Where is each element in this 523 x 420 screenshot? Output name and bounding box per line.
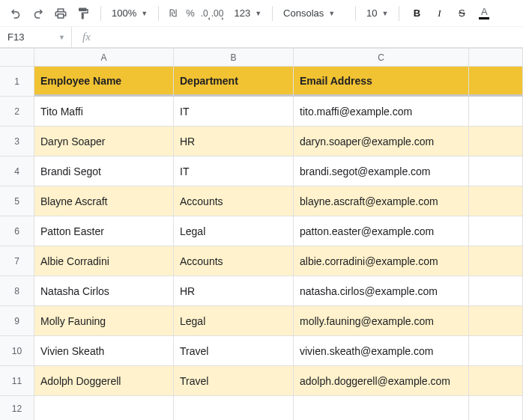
cell[interactable]: brandi.segot@example.com	[294, 156, 469, 186]
cell[interactable]: Adolph Doggerell	[34, 366, 174, 396]
cell[interactable]	[469, 306, 523, 336]
column-header[interactable]: A	[34, 49, 174, 67]
row-header[interactable]: 4	[0, 156, 34, 186]
cell[interactable]: blayne.ascraft@example.com	[294, 186, 469, 216]
row-header[interactable]: 10	[0, 336, 34, 366]
column-header[interactable]: B	[174, 49, 294, 67]
row-header[interactable]: 6	[0, 216, 34, 246]
cell[interactable]: Vivien Skeath	[34, 336, 174, 366]
column-header[interactable]: C	[294, 49, 469, 67]
cell[interactable]: albie.corradini@example.com	[294, 246, 469, 276]
cell[interactable]: patton.easter@example.com	[294, 216, 469, 246]
cell[interactable]	[469, 186, 523, 216]
font-value: Consolas	[283, 7, 324, 19]
cell[interactable]	[174, 396, 294, 420]
separator	[100, 6, 101, 21]
font-size-select[interactable]: 10 ▼	[363, 4, 391, 23]
cell[interactable]: Legal	[174, 216, 294, 246]
formula-bar-row: F13 ▼ fx	[0, 27, 523, 48]
row-header[interactable]: 8	[0, 276, 34, 306]
cell[interactable]	[34, 396, 174, 420]
cell[interactable]: IT	[174, 156, 294, 186]
cell[interactable]: Travel	[174, 336, 294, 366]
cell[interactable]: Blayne Ascraft	[34, 186, 174, 216]
row-header[interactable]: 11	[0, 366, 34, 396]
cell[interactable]: adolph.doggerell@example.com	[294, 366, 469, 396]
column-header[interactable]	[469, 49, 523, 67]
chevron-down-icon: ▼	[328, 10, 335, 17]
cell[interactable]: natasha.cirlos@example.com	[294, 276, 469, 306]
zoom-select[interactable]: 100% ▼	[109, 4, 151, 23]
formula-input[interactable]	[101, 27, 523, 47]
cell[interactable]	[469, 396, 523, 420]
currency-format-button[interactable]: ₪	[166, 7, 180, 19]
cell[interactable]	[469, 67, 523, 97]
row-header[interactable]: 3	[0, 127, 34, 156]
row-header[interactable]: 5	[0, 186, 34, 216]
more-formats-label: 123	[234, 7, 250, 19]
font-select[interactable]: Consolas ▼	[280, 4, 348, 23]
cell[interactable]: Natasha Cirlos	[34, 276, 174, 306]
toolbar: 100% ▼ ₪ % .0 .00 123 ▼ Consolas ▼ 10 ▼ …	[0, 0, 523, 27]
chevron-down-icon: ▼	[382, 10, 389, 17]
cell[interactable]	[294, 396, 469, 420]
bold-button[interactable]: B	[407, 4, 426, 23]
italic-button[interactable]: I	[429, 4, 449, 23]
cell[interactable]	[469, 276, 523, 306]
paint-format-icon[interactable]	[73, 4, 93, 23]
cell[interactable]: Patton Easter	[34, 216, 174, 246]
chevron-down-icon: ▼	[255, 10, 262, 17]
cell[interactable]	[469, 216, 523, 246]
strikethrough-button[interactable]: S	[452, 4, 471, 23]
cell[interactable]	[469, 246, 523, 276]
cell[interactable]	[469, 366, 523, 396]
text-color-swatch	[479, 17, 489, 19]
select-all-corner[interactable]	[0, 49, 34, 67]
decrease-decimal-button[interactable]: .0	[201, 4, 208, 23]
cell[interactable]: Brandi Segot	[34, 156, 174, 186]
row-header[interactable]: 1	[0, 67, 34, 97]
cell[interactable]	[469, 97, 523, 127]
cell[interactable]: HR	[174, 127, 294, 156]
print-icon[interactable]	[51, 4, 70, 23]
increase-decimal-button[interactable]: .00	[211, 4, 229, 23]
row-header[interactable]: 9	[0, 306, 34, 336]
cell[interactable]: Legal	[174, 306, 294, 336]
separator	[399, 6, 399, 21]
cell[interactable]: vivien.skeath@example.com	[294, 336, 469, 366]
separator	[272, 6, 273, 21]
cell[interactable]: tito.maffi@example.com	[294, 97, 469, 127]
cell[interactable]: Daryn Soaper	[34, 127, 174, 156]
redo-icon[interactable]	[28, 4, 48, 23]
chevron-down-icon: ▼	[58, 34, 71, 41]
spreadsheet-grid: A B C 1 Employee Name Department Email A…	[0, 48, 523, 420]
cell[interactable]: Tito Maffi	[34, 97, 174, 127]
chevron-down-icon: ▼	[141, 10, 148, 17]
cell[interactable]: Email Address	[294, 67, 469, 97]
cell[interactable]: IT	[174, 97, 294, 127]
cell[interactable]: daryn.soaper@example.com	[294, 127, 469, 156]
undo-icon[interactable]	[6, 4, 25, 23]
cell[interactable]: Accounts	[174, 186, 294, 216]
cell[interactable]	[469, 156, 523, 186]
name-box-value: F13	[7, 31, 24, 43]
cell[interactable]: Employee Name	[34, 67, 174, 97]
cell[interactable]	[469, 127, 523, 156]
cell[interactable]	[469, 336, 523, 366]
percent-format-button[interactable]: %	[183, 7, 198, 19]
cell[interactable]: Molly Fauning	[34, 306, 174, 336]
name-box[interactable]: F13 ▼	[0, 27, 72, 47]
zoom-value: 100%	[112, 7, 136, 19]
cell[interactable]: HR	[174, 276, 294, 306]
cell[interactable]: Accounts	[174, 246, 294, 276]
row-header[interactable]: 7	[0, 246, 34, 276]
text-color-button[interactable]: A	[474, 4, 494, 23]
cell[interactable]: Albie Corradini	[34, 246, 174, 276]
more-formats-button[interactable]: 123 ▼	[231, 4, 264, 23]
cell[interactable]: Department	[174, 67, 294, 97]
row-header[interactable]: 2	[0, 97, 34, 127]
separator	[355, 6, 356, 21]
cell[interactable]: Travel	[174, 366, 294, 396]
row-header[interactable]: 12	[0, 396, 34, 420]
cell[interactable]: molly.fauning@example.com	[294, 306, 469, 336]
